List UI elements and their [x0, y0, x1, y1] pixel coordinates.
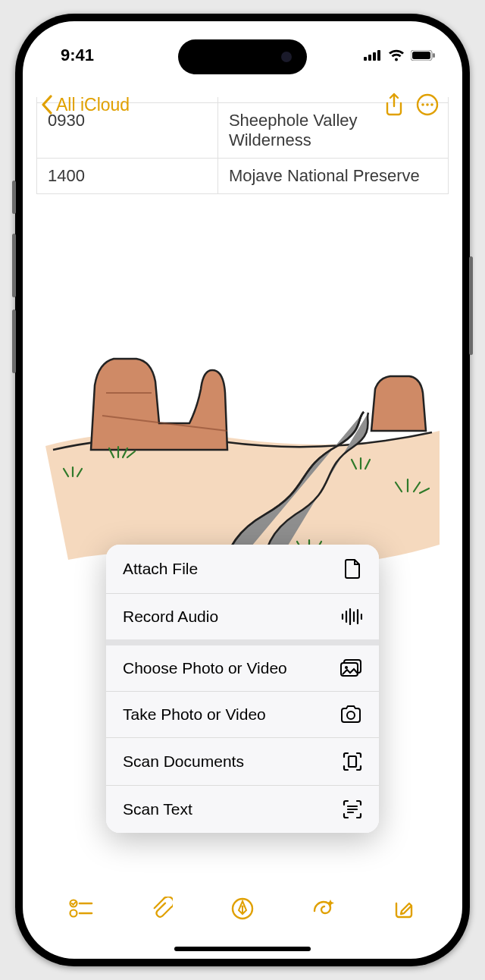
nav-bar: All iCloud: [23, 82, 462, 127]
more-button[interactable]: [411, 88, 444, 121]
svg-rect-6: [433, 53, 435, 58]
svg-point-9: [426, 103, 429, 106]
menu-item-label: Scan Text: [123, 800, 192, 818]
battery-icon: [411, 50, 435, 61]
dynamic-island: [178, 39, 307, 74]
paperclip-icon: [152, 897, 173, 921]
menu-item-choose-photo[interactable]: Choose Photo or Video: [106, 645, 379, 691]
svg-point-27: [70, 910, 77, 917]
markup-button[interactable]: [224, 890, 261, 927]
text-scan-icon: [343, 799, 362, 819]
svg-point-10: [430, 103, 433, 106]
svg-point-31: [241, 905, 243, 907]
ellipsis-circle-icon: [416, 93, 439, 116]
share-button[interactable]: [377, 88, 411, 121]
checklist-button[interactable]: [63, 890, 99, 927]
ai-button[interactable]: [305, 890, 341, 927]
phone-frame: 9:41 All iCloud 0: [15, 14, 470, 966]
svg-rect-2: [373, 52, 376, 61]
doc-scan-icon: [343, 752, 362, 771]
pen-tip-icon: [231, 897, 254, 920]
menu-item-take-photo[interactable]: Take Photo or Video: [106, 692, 379, 737]
menu-item-label: Attach File: [123, 560, 198, 578]
svg-rect-21: [349, 756, 356, 767]
svg-rect-3: [377, 50, 380, 61]
back-button[interactable]: All iCloud: [41, 95, 130, 115]
sparkle-swirl-icon: [310, 897, 336, 920]
menu-item-label: Record Audio: [123, 608, 218, 626]
file-icon: [344, 558, 362, 580]
svg-point-20: [347, 711, 355, 719]
back-label: All iCloud: [56, 95, 130, 115]
svg-rect-5: [412, 52, 430, 59]
share-icon: [384, 93, 404, 117]
waveform-icon: [341, 608, 362, 625]
compose-button[interactable]: [386, 890, 422, 927]
svg-point-8: [421, 103, 424, 106]
checklist-icon: [69, 899, 93, 919]
menu-item-record-audio[interactable]: Record Audio: [106, 594, 379, 639]
bottom-toolbar: [23, 884, 462, 933]
home-indicator[interactable]: [174, 947, 311, 951]
photos-icon: [340, 659, 362, 677]
svg-rect-0: [364, 57, 367, 61]
attachment-menu: Attach File Record Audio Choose Photo or…: [106, 545, 379, 833]
menu-item-attach-file[interactable]: Attach File: [106, 545, 379, 593]
table-row: 1400 Mojave National Preserve: [37, 159, 449, 194]
svg-point-19: [345, 666, 348, 669]
menu-item-scan-documents[interactable]: Scan Documents: [106, 738, 379, 785]
camera-icon: [340, 705, 362, 724]
menu-item-scan-text[interactable]: Scan Text: [106, 786, 379, 833]
menu-item-label: Take Photo or Video: [123, 705, 266, 724]
status-time: 9:41: [61, 46, 94, 65]
wifi-icon: [388, 49, 405, 61]
menu-item-label: Scan Documents: [123, 752, 244, 771]
chevron-left-icon: [41, 95, 53, 115]
svg-rect-1: [368, 55, 371, 61]
menu-item-label: Choose Photo or Video: [123, 659, 287, 677]
cellular-icon: [364, 50, 382, 61]
compose-icon: [393, 897, 415, 920]
attachment-button[interactable]: [144, 890, 180, 927]
